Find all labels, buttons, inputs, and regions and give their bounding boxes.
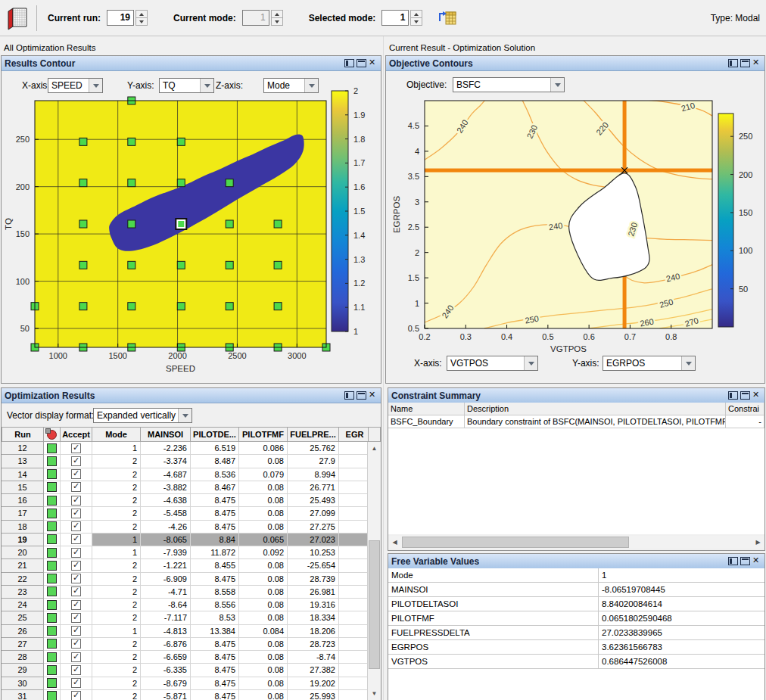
close-icon[interactable] <box>369 59 378 67</box>
run-marker[interactable] <box>177 179 185 187</box>
undock-icon[interactable] <box>740 59 750 67</box>
mode-cell[interactable]: 2 <box>92 611 141 624</box>
column-header-accept-status[interactable] <box>44 427 61 442</box>
run-marker[interactable] <box>177 138 185 145</box>
run-cell[interactable]: 14 <box>2 468 44 481</box>
run-cell[interactable]: 21 <box>2 559 44 572</box>
mainsoi-cell[interactable]: -5.458 <box>141 507 191 520</box>
mainsoi-cell[interactable]: -7.939 <box>141 546 191 559</box>
pilotdeltasoi-cell[interactable]: 8.475 <box>191 494 239 507</box>
dock-icon[interactable] <box>728 391 738 400</box>
mode-cell[interactable]: 2 <box>92 638 141 651</box>
free-variable-row-fuelpressdelta[interactable]: FUELPRESSDELTA27.0233839965 <box>388 626 764 640</box>
table-row-run-26[interactable]: 261-4.81313.3840.08418.206 <box>2 625 371 638</box>
egr-cell[interactable] <box>339 468 371 481</box>
fuelpressdelta-cell[interactable]: 28.739 <box>288 573 339 586</box>
dock-icon[interactable] <box>344 59 354 67</box>
mode-cell[interactable]: 2 <box>92 651 141 664</box>
egr-cell[interactable] <box>339 559 371 572</box>
run-cell[interactable]: 12 <box>2 442 44 455</box>
fuelpressdelta-cell[interactable]: 28.723 <box>288 638 339 651</box>
mode-cell[interactable]: 1 <box>92 442 141 455</box>
mode-cell[interactable]: 2 <box>92 481 141 494</box>
pilotfmf-cell[interactable]: 0.08 <box>239 638 288 651</box>
mainsoi-cell[interactable]: -3.374 <box>141 455 191 468</box>
egr-cell[interactable] <box>339 638 371 651</box>
close-icon[interactable] <box>752 59 761 67</box>
column-header-description[interactable]: Description <box>465 403 726 415</box>
column-header-Accept[interactable]: Accept <box>61 427 92 442</box>
accept-checkbox[interactable] <box>71 652 81 662</box>
fuelpressdelta-cell[interactable]: 18.206 <box>288 625 339 638</box>
table-row-run-24[interactable]: 242-8.648.5560.0819.316 <box>2 599 371 611</box>
run-marker[interactable] <box>128 303 135 310</box>
mainsoi-cell[interactable]: -2.236 <box>141 442 191 455</box>
egr-cell[interactable] <box>339 507 371 520</box>
chevron-down-icon[interactable] <box>681 356 695 370</box>
mainsoi-cell[interactable]: -4.638 <box>141 494 191 507</box>
pilotdeltasoi-cell[interactable]: 8.53 <box>191 611 239 624</box>
pilotdeltasoi-cell[interactable]: 8.475 <box>191 521 239 534</box>
mainsoi-cell[interactable]: -3.882 <box>141 481 191 494</box>
mainsoi-cell[interactable]: -4.26 <box>141 521 191 534</box>
dock-icon[interactable] <box>728 59 738 67</box>
table-row-run-13[interactable]: 132-3.3748.4870.0827.9 <box>2 455 371 468</box>
table-row-run-12[interactable]: 121-2.2366.5190.08625.762 <box>2 442 371 455</box>
pilotdeltasoi-cell[interactable]: 8.475 <box>191 651 239 664</box>
table-row-run-17[interactable]: 172-5.4588.4750.0827.099 <box>2 507 371 520</box>
chevron-down-icon[interactable] <box>89 79 102 92</box>
accept-checkbox[interactable] <box>71 482 81 492</box>
run-cell[interactable]: 26 <box>2 625 44 638</box>
free-variable-row-vgtpos[interactable]: VGTPOS0.686447526008 <box>388 655 764 669</box>
mainsoi-cell[interactable]: -4.687 <box>141 468 191 481</box>
egr-cell[interactable] <box>339 677 371 690</box>
run-marker[interactable] <box>226 220 233 228</box>
pilotfmf-cell[interactable]: 0.08 <box>239 455 288 468</box>
run-cell[interactable]: 20 <box>2 546 44 559</box>
egr-cell[interactable] <box>339 586 371 599</box>
pilotdeltasoi-cell[interactable]: 8.487 <box>191 455 239 468</box>
run-cell[interactable]: 29 <box>2 664 44 677</box>
pilotdeltasoi-cell[interactable]: 8.475 <box>191 690 239 700</box>
pilotdeltasoi-cell[interactable]: 13.384 <box>191 625 239 638</box>
fuelpressdelta-cell[interactable]: 26.981 <box>288 586 339 599</box>
vector-format-select[interactable]: Expanded vertically <box>93 408 192 423</box>
undock-icon[interactable] <box>357 391 366 400</box>
mode-cell[interactable]: 1 <box>92 546 141 559</box>
chevron-down-icon[interactable] <box>304 79 318 92</box>
accept-checkbox[interactable] <box>71 496 81 506</box>
undock-icon[interactable] <box>740 391 750 400</box>
egr-cell[interactable] <box>339 521 371 534</box>
run-marker[interactable] <box>79 303 87 310</box>
accept-checkbox[interactable] <box>71 548 81 558</box>
egr-cell[interactable] <box>339 494 371 507</box>
run-cell[interactable]: 27 <box>2 638 44 651</box>
crosshair-horizontal[interactable] <box>425 169 712 173</box>
run-marker[interactable] <box>274 261 282 269</box>
accept-checkbox[interactable] <box>71 665 81 675</box>
run-marker[interactable] <box>274 303 282 310</box>
mode-cell[interactable]: 2 <box>92 586 141 599</box>
run-marker[interactable] <box>177 303 185 310</box>
run-cell[interactable]: 22 <box>2 573 44 586</box>
column-header-FUELPRE...[interactable]: FUELPRE... <box>288 427 339 442</box>
run-cell[interactable]: 31 <box>2 690 44 700</box>
free-variable-row-pilotfmf[interactable]: PILOTFMF0.0651802590468 <box>388 611 764 626</box>
accept-checkbox[interactable] <box>71 586 81 596</box>
run-marker[interactable] <box>128 220 135 228</box>
run-cell[interactable]: 30 <box>2 677 44 690</box>
run-marker[interactable] <box>79 138 87 145</box>
egr-cell[interactable] <box>339 481 371 494</box>
results-contour-plot[interactable]: 1000150020002500300050100150200250SPEEDT… <box>2 86 381 384</box>
undock-icon[interactable] <box>357 59 366 67</box>
table-row-run-25[interactable]: 252-7.1178.530.0818.334 <box>2 611 371 624</box>
mode-cell[interactable]: 2 <box>92 599 141 611</box>
run-marker[interactable] <box>128 261 135 269</box>
table-row-run-18[interactable]: 182-4.268.4750.0827.275 <box>2 521 371 534</box>
accept-checkbox[interactable] <box>71 469 81 479</box>
table-row-run-27[interactable]: 272-6.8768.4750.0828.723 <box>2 638 371 651</box>
horizontal-scrollbar[interactable]: ◀ ▶ <box>388 536 764 549</box>
fuelpressdelta-cell[interactable]: 25.993 <box>288 690 339 700</box>
run-marker[interactable] <box>79 261 87 269</box>
close-icon[interactable] <box>752 391 761 400</box>
